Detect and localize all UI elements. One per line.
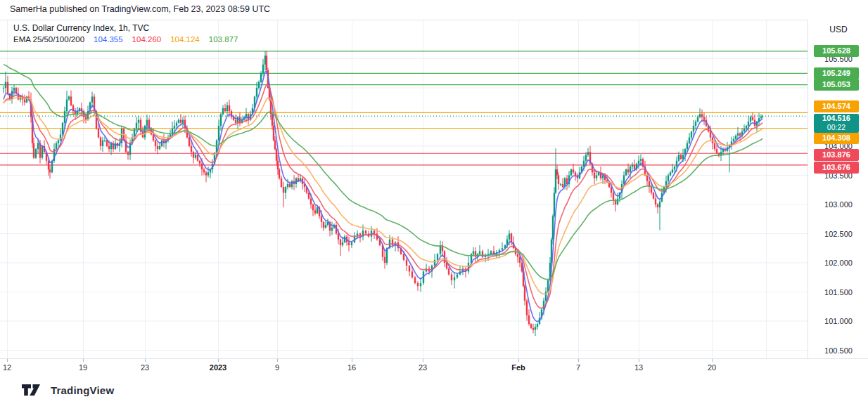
candle-body	[411, 271, 413, 277]
candle-body	[24, 100, 25, 103]
time-tick-mark	[7, 359, 8, 362]
candle-body	[138, 120, 139, 123]
candle-body	[502, 248, 503, 249]
candle-body	[248, 114, 249, 119]
candle-body	[562, 184, 563, 187]
candle-body	[100, 138, 101, 146]
candle-body	[733, 139, 734, 141]
candle-body	[281, 178, 282, 187]
candle-body	[161, 141, 162, 146]
candle-body	[203, 169, 205, 172]
candle-body	[245, 114, 247, 117]
time-label: 23	[419, 363, 427, 372]
candle-body	[695, 122, 696, 126]
candle-body	[475, 251, 476, 256]
ema-25-line	[4, 72, 762, 322]
candle-body	[509, 234, 510, 240]
price-tick: 102.000	[808, 259, 868, 267]
candle-body	[266, 56, 267, 70]
candle-body	[325, 225, 326, 228]
candle-body	[699, 114, 701, 117]
candle-body	[205, 172, 207, 175]
candle-body	[191, 146, 192, 152]
price-level-label: 105.249	[814, 67, 859, 79]
candle-body	[33, 143, 34, 158]
time-tick-mark	[423, 359, 423, 362]
candle-body	[585, 155, 587, 160]
candle-body	[279, 169, 280, 178]
candle-body	[256, 88, 257, 96]
candle-body	[159, 146, 160, 149]
candle-body	[56, 143, 57, 149]
time-axis[interactable]: 121923202391623Feb71320	[0, 358, 868, 379]
tradingview-link[interactable]: TradingView	[21, 384, 114, 396]
chart-legend: U.S. Dollar Currency Index, 1h, TVC EMA …	[13, 23, 238, 44]
candle-body	[176, 123, 177, 126]
candle-body	[697, 117, 698, 122]
candle-body	[735, 136, 736, 139]
candle-body	[68, 96, 70, 99]
candle-body	[193, 152, 194, 157]
candle-body	[195, 155, 196, 157]
price-tick: 102.500	[808, 230, 868, 238]
ema-50-line	[4, 84, 762, 308]
candle-body	[174, 126, 175, 129]
price-tick: 100.500	[808, 346, 868, 355]
candle-body	[632, 165, 633, 167]
candle-body	[587, 152, 589, 155]
ema-value: 104.124	[170, 35, 200, 44]
candle-body	[222, 108, 224, 114]
candle-body	[573, 169, 574, 172]
candle-body	[197, 155, 198, 160]
candle-body	[558, 176, 559, 184]
candle-body	[693, 126, 694, 131]
time-label: 7	[576, 363, 580, 372]
candle-body	[37, 143, 39, 149]
candle-body	[182, 120, 184, 123]
candle-body	[178, 120, 179, 123]
price-axis[interactable]: USD 105.500104.000103.500103.000102.5001…	[808, 20, 868, 358]
candle-body	[750, 117, 751, 122]
candle-body	[691, 131, 692, 137]
candle-body	[524, 286, 525, 301]
candle-body	[235, 120, 236, 123]
candle-body	[287, 184, 288, 187]
candle-body	[602, 176, 604, 178]
candle-body	[739, 133, 741, 136]
time-label: 19	[79, 363, 87, 372]
candle-body	[655, 199, 656, 204]
candle-body	[535, 327, 536, 330]
candle-body	[689, 138, 690, 143]
price-level-label: 104.574	[814, 100, 859, 112]
candle-body	[365, 230, 366, 233]
candle-body	[323, 222, 324, 228]
candle-body	[98, 129, 99, 137]
time-tick-mark	[145, 359, 146, 362]
candle-body	[49, 169, 51, 172]
candle-body	[201, 164, 203, 169]
candle-body	[701, 114, 703, 117]
candle-body	[146, 120, 148, 126]
candle-body	[285, 187, 286, 193]
candle-body	[312, 204, 314, 210]
candle-body	[668, 176, 669, 181]
candle-body	[519, 257, 521, 263]
candle-body	[537, 324, 538, 327]
candle-body	[659, 202, 660, 207]
price-level-label: 105.628	[814, 45, 859, 57]
chart-canvas[interactable]	[0, 20, 808, 358]
candle-body	[317, 207, 318, 213]
candle-body	[199, 161, 200, 164]
candle-body	[437, 254, 438, 260]
candle-body	[596, 176, 597, 178]
candle-body	[277, 161, 279, 169]
candle-body	[448, 268, 449, 274]
candle-body	[308, 193, 309, 198]
price-tick: 101.000	[808, 317, 868, 325]
candle-body	[479, 251, 480, 254]
candle-body	[554, 193, 555, 216]
candle-body	[703, 117, 705, 120]
candle-body	[3, 88, 4, 89]
candle-body	[657, 204, 658, 207]
candle-body	[414, 278, 416, 283]
